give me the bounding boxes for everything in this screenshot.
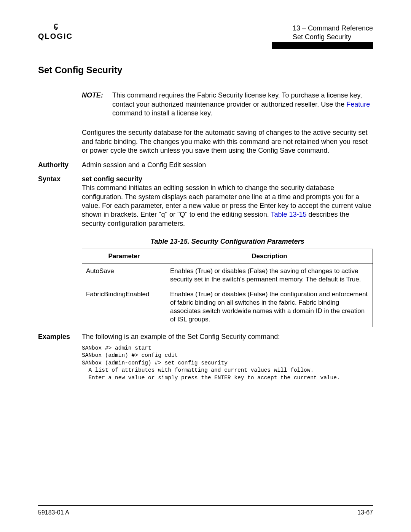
table-cell-desc: Enables (True) or disables (False) the c… [166,287,373,327]
table-header-parameter: Parameter [82,249,166,264]
authority-label: Authority [38,161,74,169]
examples-intro: The following is an example of the Set C… [82,332,373,341]
footer-doc-number: 59183-01 A [38,509,69,517]
syntax-subheading: set config security [82,175,373,184]
header-chapter: 13 – Command Reference [293,24,373,33]
table-caption: Table 13-15. Security Configuration Para… [82,237,373,246]
header-black-bar [272,42,373,49]
logo-icon: ᱔ [54,23,57,31]
footer-rule [38,505,373,506]
table-cell-param: FabricBindingEnabled [82,287,166,327]
examples-section: Examples The following is an example of … [38,332,373,382]
examples-label: Examples [38,332,74,341]
page-header: ᱔ QLOGIC 13 – Command Reference Set Conf… [38,23,373,41]
footer-page-number: 13-67 [357,509,373,517]
feature-link[interactable]: Feature [346,101,370,108]
note-text-after: command to install a license key. [112,109,212,117]
page: ᱔ QLOGIC 13 – Command Reference Set Conf… [0,0,411,532]
syntax-section: Syntax set config security This command … [38,175,373,327]
page-title: Set Config Security [38,64,373,76]
note-text-before: This command requires the Fabric Securit… [112,91,362,108]
table-link[interactable]: Table 13-15 [271,211,307,218]
header-text-block: 13 – Command Reference Set Config Securi… [293,24,373,41]
note-label: NOTE: [82,91,105,118]
description-paragraph: Configures the security database for the… [82,128,373,155]
authority-section: Authority Admin session and a Config Edi… [38,161,373,169]
logo: ᱔ QLOGIC [38,23,73,41]
note-text: This command requires the Fabric Securit… [112,91,373,118]
header-page-name: Set Config Security [293,33,373,42]
note-block: NOTE: This command requires the Fabric S… [82,91,373,118]
table-row: AutoSave Enables (True) or disables (Fal… [82,264,373,287]
parameter-table: Parameter Description AutoSave Enables (… [82,249,373,328]
table-cell-desc: Enables (True) or disables (False) the s… [166,264,373,287]
syntax-label: Syntax [38,175,74,184]
table-header-description: Description [166,249,373,264]
syntax-body: set config security This command initiat… [82,175,373,327]
examples-code: SANbox #> admin start SANbox (admin) #> … [82,345,373,382]
examples-body: The following is an example of the Set C… [82,332,373,382]
logo-text: QLOGIC [38,31,73,41]
table-row: FabricBindingEnabled Enables (True) or d… [82,287,373,327]
authority-text: Admin session and a Config Edit session [82,161,373,169]
content: Set Config Security NOTE: This command r… [38,64,373,382]
table-cell-param: AutoSave [82,264,166,287]
table-header-row: Parameter Description [82,249,373,264]
footer: 59183-01 A 13-67 [38,509,373,517]
syntax-text: This command initiates an editing sessio… [82,184,373,228]
